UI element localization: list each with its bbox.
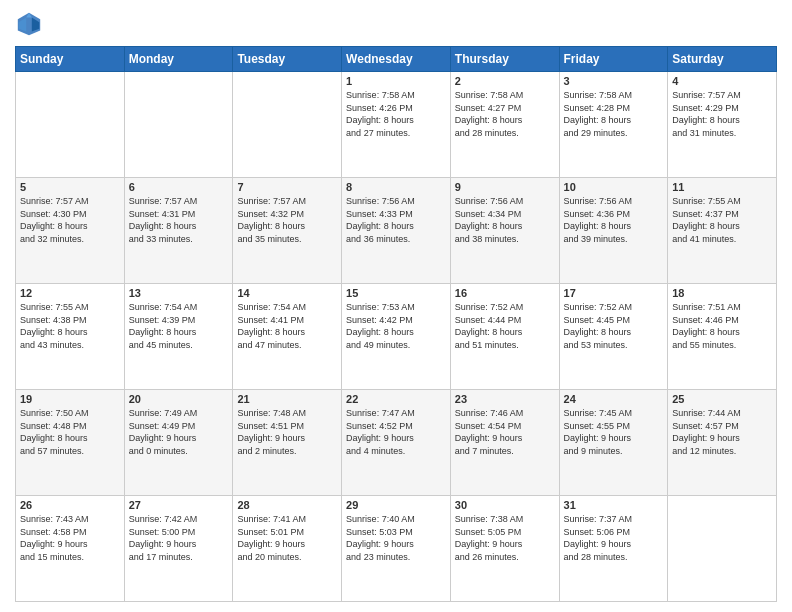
day-info: Sunrise: 7:55 AM Sunset: 4:38 PM Dayligh… xyxy=(20,301,120,351)
day-info: Sunrise: 7:49 AM Sunset: 4:49 PM Dayligh… xyxy=(129,407,229,457)
calendar-cell: 22Sunrise: 7:47 AM Sunset: 4:52 PM Dayli… xyxy=(342,390,451,496)
day-info: Sunrise: 7:47 AM Sunset: 4:52 PM Dayligh… xyxy=(346,407,446,457)
calendar-cell: 7Sunrise: 7:57 AM Sunset: 4:32 PM Daylig… xyxy=(233,178,342,284)
day-header-thursday: Thursday xyxy=(450,47,559,72)
day-info: Sunrise: 7:55 AM Sunset: 4:37 PM Dayligh… xyxy=(672,195,772,245)
calendar-cell: 24Sunrise: 7:45 AM Sunset: 4:55 PM Dayli… xyxy=(559,390,668,496)
day-number: 17 xyxy=(564,287,664,299)
day-number: 20 xyxy=(129,393,229,405)
calendar-cell: 8Sunrise: 7:56 AM Sunset: 4:33 PM Daylig… xyxy=(342,178,451,284)
calendar-cell: 3Sunrise: 7:58 AM Sunset: 4:28 PM Daylig… xyxy=(559,72,668,178)
page: SundayMondayTuesdayWednesdayThursdayFrid… xyxy=(0,0,792,612)
calendar-cell: 18Sunrise: 7:51 AM Sunset: 4:46 PM Dayli… xyxy=(668,284,777,390)
day-info: Sunrise: 7:46 AM Sunset: 4:54 PM Dayligh… xyxy=(455,407,555,457)
calendar-cell: 25Sunrise: 7:44 AM Sunset: 4:57 PM Dayli… xyxy=(668,390,777,496)
day-number: 7 xyxy=(237,181,337,193)
day-info: Sunrise: 7:40 AM Sunset: 5:03 PM Dayligh… xyxy=(346,513,446,563)
calendar-cell: 21Sunrise: 7:48 AM Sunset: 4:51 PM Dayli… xyxy=(233,390,342,496)
day-info: Sunrise: 7:45 AM Sunset: 4:55 PM Dayligh… xyxy=(564,407,664,457)
day-header-friday: Friday xyxy=(559,47,668,72)
calendar-cell: 28Sunrise: 7:41 AM Sunset: 5:01 PM Dayli… xyxy=(233,496,342,602)
calendar-cell xyxy=(233,72,342,178)
calendar-cell xyxy=(124,72,233,178)
day-number: 3 xyxy=(564,75,664,87)
week-row-3: 12Sunrise: 7:55 AM Sunset: 4:38 PM Dayli… xyxy=(16,284,777,390)
day-info: Sunrise: 7:58 AM Sunset: 4:27 PM Dayligh… xyxy=(455,89,555,139)
calendar-cell: 4Sunrise: 7:57 AM Sunset: 4:29 PM Daylig… xyxy=(668,72,777,178)
day-number: 12 xyxy=(20,287,120,299)
logo xyxy=(15,10,47,38)
day-number: 18 xyxy=(672,287,772,299)
day-info: Sunrise: 7:44 AM Sunset: 4:57 PM Dayligh… xyxy=(672,407,772,457)
calendar-cell: 14Sunrise: 7:54 AM Sunset: 4:41 PM Dayli… xyxy=(233,284,342,390)
day-info: Sunrise: 7:48 AM Sunset: 4:51 PM Dayligh… xyxy=(237,407,337,457)
day-number: 13 xyxy=(129,287,229,299)
day-info: Sunrise: 7:57 AM Sunset: 4:31 PM Dayligh… xyxy=(129,195,229,245)
calendar-cell xyxy=(668,496,777,602)
day-info: Sunrise: 7:37 AM Sunset: 5:06 PM Dayligh… xyxy=(564,513,664,563)
calendar-cell xyxy=(16,72,125,178)
day-info: Sunrise: 7:58 AM Sunset: 4:28 PM Dayligh… xyxy=(564,89,664,139)
day-header-sunday: Sunday xyxy=(16,47,125,72)
calendar-cell: 5Sunrise: 7:57 AM Sunset: 4:30 PM Daylig… xyxy=(16,178,125,284)
day-number: 29 xyxy=(346,499,446,511)
day-info: Sunrise: 7:51 AM Sunset: 4:46 PM Dayligh… xyxy=(672,301,772,351)
calendar-cell: 9Sunrise: 7:56 AM Sunset: 4:34 PM Daylig… xyxy=(450,178,559,284)
day-number: 28 xyxy=(237,499,337,511)
day-number: 22 xyxy=(346,393,446,405)
calendar-cell: 12Sunrise: 7:55 AM Sunset: 4:38 PM Dayli… xyxy=(16,284,125,390)
calendar-cell: 13Sunrise: 7:54 AM Sunset: 4:39 PM Dayli… xyxy=(124,284,233,390)
day-info: Sunrise: 7:56 AM Sunset: 4:33 PM Dayligh… xyxy=(346,195,446,245)
day-info: Sunrise: 7:56 AM Sunset: 4:34 PM Dayligh… xyxy=(455,195,555,245)
calendar-cell: 11Sunrise: 7:55 AM Sunset: 4:37 PM Dayli… xyxy=(668,178,777,284)
day-info: Sunrise: 7:52 AM Sunset: 4:45 PM Dayligh… xyxy=(564,301,664,351)
calendar-cell: 19Sunrise: 7:50 AM Sunset: 4:48 PM Dayli… xyxy=(16,390,125,496)
calendar-header-row: SundayMondayTuesdayWednesdayThursdayFrid… xyxy=(16,47,777,72)
calendar-cell: 17Sunrise: 7:52 AM Sunset: 4:45 PM Dayli… xyxy=(559,284,668,390)
day-number: 23 xyxy=(455,393,555,405)
day-info: Sunrise: 7:52 AM Sunset: 4:44 PM Dayligh… xyxy=(455,301,555,351)
day-number: 5 xyxy=(20,181,120,193)
day-number: 19 xyxy=(20,393,120,405)
week-row-4: 19Sunrise: 7:50 AM Sunset: 4:48 PM Dayli… xyxy=(16,390,777,496)
header xyxy=(15,10,777,38)
day-info: Sunrise: 7:58 AM Sunset: 4:26 PM Dayligh… xyxy=(346,89,446,139)
day-number: 30 xyxy=(455,499,555,511)
week-row-2: 5Sunrise: 7:57 AM Sunset: 4:30 PM Daylig… xyxy=(16,178,777,284)
week-row-1: 1Sunrise: 7:58 AM Sunset: 4:26 PM Daylig… xyxy=(16,72,777,178)
calendar-cell: 15Sunrise: 7:53 AM Sunset: 4:42 PM Dayli… xyxy=(342,284,451,390)
day-number: 4 xyxy=(672,75,772,87)
calendar-cell: 20Sunrise: 7:49 AM Sunset: 4:49 PM Dayli… xyxy=(124,390,233,496)
day-info: Sunrise: 7:54 AM Sunset: 4:39 PM Dayligh… xyxy=(129,301,229,351)
day-number: 15 xyxy=(346,287,446,299)
day-number: 1 xyxy=(346,75,446,87)
day-info: Sunrise: 7:57 AM Sunset: 4:30 PM Dayligh… xyxy=(20,195,120,245)
calendar-cell: 23Sunrise: 7:46 AM Sunset: 4:54 PM Dayli… xyxy=(450,390,559,496)
logo-icon xyxy=(15,10,43,38)
day-info: Sunrise: 7:41 AM Sunset: 5:01 PM Dayligh… xyxy=(237,513,337,563)
day-number: 2 xyxy=(455,75,555,87)
calendar-cell: 29Sunrise: 7:40 AM Sunset: 5:03 PM Dayli… xyxy=(342,496,451,602)
day-number: 8 xyxy=(346,181,446,193)
calendar-cell: 2Sunrise: 7:58 AM Sunset: 4:27 PM Daylig… xyxy=(450,72,559,178)
day-info: Sunrise: 7:57 AM Sunset: 4:32 PM Dayligh… xyxy=(237,195,337,245)
calendar-cell: 31Sunrise: 7:37 AM Sunset: 5:06 PM Dayli… xyxy=(559,496,668,602)
day-header-monday: Monday xyxy=(124,47,233,72)
day-header-saturday: Saturday xyxy=(668,47,777,72)
day-number: 26 xyxy=(20,499,120,511)
calendar-cell: 1Sunrise: 7:58 AM Sunset: 4:26 PM Daylig… xyxy=(342,72,451,178)
day-info: Sunrise: 7:57 AM Sunset: 4:29 PM Dayligh… xyxy=(672,89,772,139)
day-number: 25 xyxy=(672,393,772,405)
calendar-cell: 26Sunrise: 7:43 AM Sunset: 4:58 PM Dayli… xyxy=(16,496,125,602)
day-info: Sunrise: 7:43 AM Sunset: 4:58 PM Dayligh… xyxy=(20,513,120,563)
calendar-cell: 6Sunrise: 7:57 AM Sunset: 4:31 PM Daylig… xyxy=(124,178,233,284)
day-number: 27 xyxy=(129,499,229,511)
day-number: 21 xyxy=(237,393,337,405)
calendar-cell: 30Sunrise: 7:38 AM Sunset: 5:05 PM Dayli… xyxy=(450,496,559,602)
day-number: 6 xyxy=(129,181,229,193)
day-info: Sunrise: 7:56 AM Sunset: 4:36 PM Dayligh… xyxy=(564,195,664,245)
calendar-cell: 10Sunrise: 7:56 AM Sunset: 4:36 PM Dayli… xyxy=(559,178,668,284)
day-number: 10 xyxy=(564,181,664,193)
day-header-tuesday: Tuesday xyxy=(233,47,342,72)
week-row-5: 26Sunrise: 7:43 AM Sunset: 4:58 PM Dayli… xyxy=(16,496,777,602)
